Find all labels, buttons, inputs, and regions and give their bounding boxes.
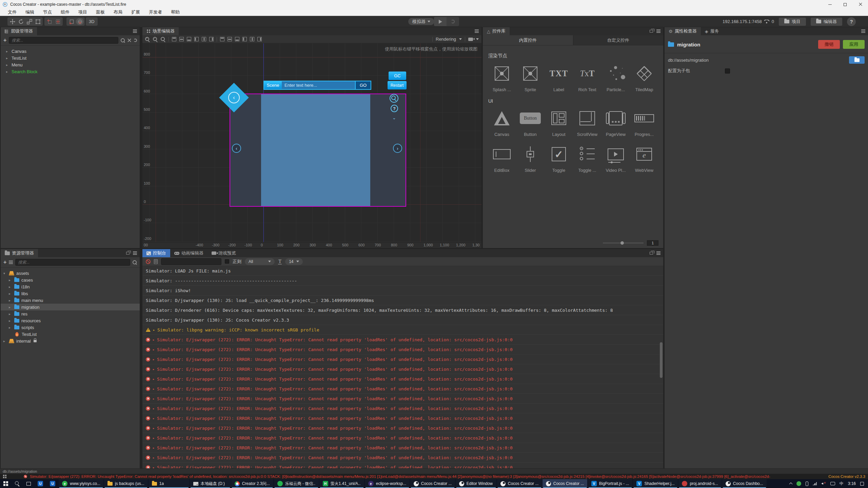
expand-arrow-icon[interactable]: ▸	[153, 407, 155, 410]
zoom-out-icon[interactable]: −	[153, 37, 158, 42]
tab-game-preview[interactable]: 游戏预览	[208, 249, 240, 257]
asset-node-assets[interactable]: ▾assets	[1, 270, 140, 277]
expand-arrow-icon[interactable]: ▸	[9, 292, 12, 296]
log-row-error[interactable]: ▸Simulator: E/jswrapper (272): ERROR: Un…	[142, 345, 663, 354]
log-row-error[interactable]: ▸Simulator: E/jswrapper (272): ERROR: Un…	[142, 443, 663, 453]
pivot-local-button[interactable]	[67, 18, 75, 25]
status-error-text[interactable]: Simulator: E/jswrapper (272): ERROR: Unc…	[30, 474, 826, 479]
widget-item-EditBox[interactable]: EditBox	[488, 144, 516, 173]
scene-content-rect[interactable]	[261, 94, 370, 206]
hierarchy-node[interactable]: ▸Menu	[1, 61, 140, 68]
expand-arrow-icon[interactable]: ▸	[153, 456, 155, 460]
subpackage-checkbox[interactable]	[725, 68, 730, 74]
widget-item-Sprite[interactable]: Sprite	[516, 64, 545, 92]
widget-item-PageView[interactable]: PageView	[601, 108, 630, 137]
expand-arrow-icon[interactable]: ▸	[6, 56, 9, 60]
tab-builtin-widgets[interactable]: 内置控件	[483, 35, 573, 45]
asset-node-resources[interactable]: ▸resources	[1, 317, 140, 324]
tab-inspector[interactable]: 属性检查器	[665, 27, 701, 35]
log-row-error[interactable]: ▸Simulator: E/jswrapper (272): ERROR: Un…	[142, 394, 663, 404]
panel-menu-icon[interactable]	[133, 29, 137, 33]
expand-arrow-icon[interactable]: ▸	[6, 63, 9, 67]
hierarchy-node[interactable]: ▸Search Block	[1, 68, 140, 75]
distribute-left-icon[interactable]	[242, 37, 247, 41]
rect-tool-button[interactable]	[34, 18, 42, 25]
prev-page-button[interactable]: ‹	[232, 144, 241, 153]
taskbar-item-萤火141uniA[interactable]: H萤火1.41_uni/A...	[319, 479, 364, 488]
scene-text-input[interactable]	[282, 81, 355, 89]
keyboard-icon[interactable]	[830, 482, 835, 485]
scale-tool-button[interactable]	[25, 18, 33, 25]
taskbar-item-1a[interactable]: 1a	[149, 479, 189, 488]
taskbar-item-eclipseworks[interactable]: eeclipse-worksp...	[365, 479, 410, 488]
taskbar-item-ShaderHelper[interactable]: VShaderHelper.j...	[633, 479, 678, 488]
scene-nav-bar[interactable]: Scene GO	[263, 81, 371, 90]
sort-icon[interactable]	[9, 261, 13, 264]
align-right-icon[interactable]	[209, 37, 214, 41]
scene-search-icon[interactable]	[390, 94, 398, 103]
log-level-select[interactable]: All	[245, 258, 275, 265]
open-folder-button[interactable]	[849, 56, 865, 64]
scene-help-icon[interactable]: ?	[391, 105, 398, 112]
slider-knob[interactable]	[620, 241, 624, 245]
rotate-tool-button[interactable]	[17, 18, 25, 25]
console-filter-input[interactable]	[161, 258, 221, 265]
expand-arrow-icon[interactable]: ▾	[3, 271, 7, 275]
align-center-icon[interactable]	[202, 37, 206, 41]
asset-node-cases[interactable]: ▸cases	[1, 277, 140, 283]
hierarchy-node[interactable]: ▸TestList	[1, 55, 140, 61]
widget-item-Splash[interactable]: Splash ...	[488, 64, 516, 92]
refresh-icon[interactable]	[134, 39, 137, 42]
widget-item-RichText[interactable]: TxTRich Text	[573, 64, 601, 92]
open-editor-button[interactable]: 编辑器	[811, 18, 842, 26]
distribute-right-icon[interactable]	[257, 37, 262, 41]
taskbar-item-wwwyiyisysco[interactable]: ewww.yiyisys.co...	[59, 479, 103, 488]
taskbar-item-CocosCreator[interactable]: Cocos Creator ...	[497, 479, 542, 488]
log-row-error[interactable]: ▸Simulator: E/jswrapper (272): ERROR: Un…	[142, 384, 663, 394]
expand-arrow-icon[interactable]: ▸	[6, 49, 9, 53]
menu-item-开发者[interactable]: 开发者	[144, 9, 166, 15]
collapse-all-icon[interactable]	[127, 39, 131, 42]
expand-arrow-icon[interactable]: ▸	[153, 367, 155, 371]
menu-item-面板[interactable]: 面板	[92, 9, 109, 15]
expand-arrow-icon[interactable]: ▸	[6, 70, 9, 74]
expand-arrow-icon[interactable]: ▸	[153, 397, 155, 401]
log-row-error[interactable]: ▸Simulator: E/jswrapper (272): ERROR: Un…	[142, 413, 663, 423]
open-project-button[interactable]: 项目	[779, 18, 806, 26]
play-button[interactable]	[434, 17, 447, 26]
log-row-error[interactable]: ▸Simulator: E/jswrapper (272): ERROR: Un…	[142, 374, 663, 384]
widget-item-Progres[interactable]: Progres...	[630, 108, 658, 137]
hierarchy-search-input[interactable]	[9, 37, 118, 44]
maximize-button[interactable]	[837, 0, 853, 9]
gc-button[interactable]: GC	[389, 72, 406, 80]
log-row-error[interactable]: ▸Simulator: E/jswrapper (272): ERROR: Un…	[142, 423, 663, 433]
expand-arrow-icon[interactable]: ▸	[3, 339, 7, 343]
platform-select[interactable]: 模拟器	[408, 18, 434, 25]
revert-button[interactable]: 撤销	[818, 40, 840, 49]
log-row-error[interactable]: ▸Simulator: E/jswrapper (272): ERROR: Un…	[142, 335, 663, 345]
clear-logs-button[interactable]	[146, 259, 151, 264]
taskbar-item-乐福云商微信[interactable]: 乐福云商 - 微信...	[274, 479, 319, 488]
expand-arrow-icon[interactable]: ▸	[9, 278, 12, 282]
expand-arrow-icon[interactable]: ▸	[153, 446, 155, 450]
next-page-button[interactable]: ›	[393, 144, 402, 153]
taskbar-item-CocosCreator[interactable]: Cocos Creator ...	[410, 479, 455, 488]
go-button[interactable]: GO	[355, 81, 371, 89]
chevron-down-icon[interactable]	[476, 38, 479, 40]
taskbar-item-Creator23问[interactable]: Creator 2.3问...	[231, 479, 273, 488]
taskbar-item[interactable]	[12, 479, 23, 488]
widget-item-Layout[interactable]: Layout	[545, 108, 573, 137]
expand-arrow-icon[interactable]: ▸	[153, 466, 155, 469]
tab-custom-widgets[interactable]: 自定义控件	[573, 35, 664, 45]
hierarchy-node[interactable]: ▸Canvas	[1, 48, 140, 55]
distribute-bottom-icon[interactable]	[235, 37, 239, 41]
scene-canvas[interactable]: 8007006005004003002001000-100-200 使用鼠标右键…	[142, 43, 481, 242]
minimize-button[interactable]	[822, 0, 837, 9]
close-button[interactable]	[853, 0, 868, 9]
create-asset-button[interactable]: +	[3, 260, 6, 265]
rendering-mode-select[interactable]: Rendering	[436, 37, 456, 42]
open-log-file-button[interactable]	[154, 259, 158, 264]
refresh-button[interactable]	[447, 17, 459, 26]
anchor-center-button[interactable]	[54, 18, 62, 25]
console-scrollbar[interactable]	[660, 342, 663, 378]
